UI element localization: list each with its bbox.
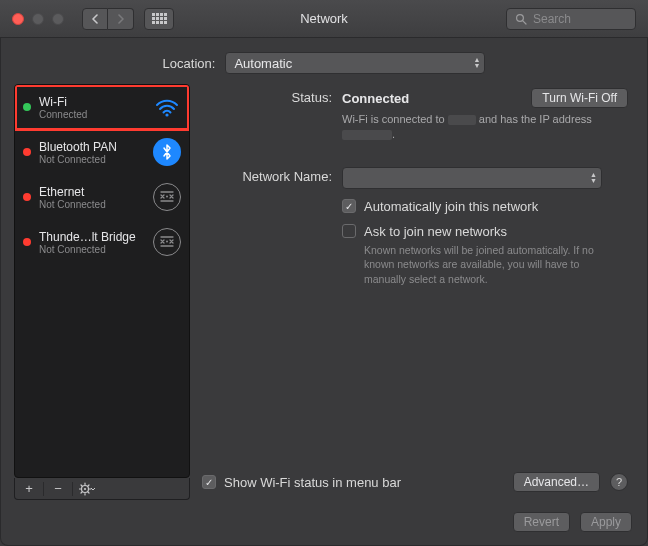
apply-button[interactable]: Apply: [580, 512, 632, 532]
sidebar-item-bluetooth-pan[interactable]: Bluetooth PAN Not Connected: [15, 130, 189, 175]
search-input[interactable]: [533, 12, 623, 26]
close-window-button[interactable]: [12, 13, 24, 25]
interface-name: Wi-Fi: [39, 95, 145, 109]
svg-point-2: [165, 113, 168, 116]
ask-join-help: Known networks will be joined automatica…: [364, 243, 614, 287]
sidebar-item-ethernet[interactable]: Ethernet Not Connected: [15, 175, 189, 220]
back-button[interactable]: [82, 8, 108, 30]
chevron-up-down-icon: ▲▼: [590, 172, 597, 184]
svg-point-6: [84, 487, 86, 489]
item-text: Thunde…lt Bridge Not Connected: [39, 230, 145, 255]
traffic-lights: [12, 13, 64, 25]
remove-interface-button[interactable]: −: [48, 481, 68, 497]
interface-name: Ethernet: [39, 185, 145, 199]
redacted-ssid: [448, 115, 476, 125]
svg-point-4: [166, 241, 168, 243]
interface-name: Bluetooth PAN: [39, 140, 145, 154]
advanced-button[interactable]: Advanced…: [513, 472, 600, 492]
thunderbolt-icon: [153, 228, 181, 256]
location-row: Location: Automatic ▲▼: [0, 38, 648, 84]
location-label: Location:: [163, 56, 216, 71]
location-value: Automatic: [234, 56, 292, 71]
interface-status: Not Connected: [39, 154, 145, 165]
options-row: Automatically join this network Ask to j…: [202, 199, 628, 287]
status-subtext: Wi-Fi is connected to and has the IP add…: [342, 112, 628, 143]
checkbox-icon: [342, 224, 356, 238]
gear-icon: [79, 482, 95, 496]
auto-join-label: Automatically join this network: [364, 199, 538, 214]
status-row: Status: Connected Turn Wi-Fi Off Wi-Fi i…: [202, 88, 628, 143]
search-field[interactable]: [506, 8, 636, 30]
status-label: Status:: [202, 88, 342, 105]
checkbox-icon: [342, 199, 356, 213]
network-name-select[interactable]: ▲▼: [342, 167, 602, 189]
interface-name: Thunde…lt Bridge: [39, 230, 145, 244]
action-menu-button[interactable]: [77, 481, 97, 497]
network-name-row: Network Name: ▲▼: [202, 167, 628, 189]
forward-button: [108, 8, 134, 30]
bluetooth-icon: [153, 138, 181, 166]
search-icon: [515, 13, 527, 25]
network-name-label: Network Name:: [202, 167, 342, 184]
interface-status: Connected: [39, 109, 145, 120]
titlebar: Network: [0, 0, 648, 38]
status-value: Connected: [342, 91, 409, 106]
ask-join-label: Ask to join new networks: [364, 224, 507, 239]
sidebar-toolbar: + −: [14, 478, 190, 500]
ask-join-checkbox[interactable]: Ask to join new networks: [342, 224, 628, 239]
auto-join-checkbox[interactable]: Automatically join this network: [342, 199, 628, 214]
ethernet-icon: [153, 183, 181, 211]
status-dot: [23, 103, 31, 111]
status-dot: [23, 193, 31, 201]
show-status-checkbox[interactable]: Show Wi-Fi status in menu bar: [202, 475, 401, 490]
detail-pane: Status: Connected Turn Wi-Fi Off Wi-Fi i…: [202, 84, 634, 500]
interface-list: Wi-Fi Connected: [14, 84, 190, 478]
show-status-label: Show Wi-Fi status in menu bar: [224, 475, 401, 490]
sidebar-item-thunderbolt-bridge[interactable]: Thunde…lt Bridge Not Connected: [15, 220, 189, 265]
svg-point-3: [166, 196, 168, 198]
svg-line-1: [523, 20, 526, 23]
toggle-wifi-button[interactable]: Turn Wi-Fi Off: [531, 88, 628, 108]
status-dot: [23, 238, 31, 246]
interface-status: Not Connected: [39, 199, 145, 210]
grid-icon: [152, 13, 167, 24]
detail-bottombar: Show Wi-Fi status in menu bar Advanced… …: [202, 464, 628, 500]
add-interface-button[interactable]: +: [19, 481, 39, 497]
revert-button[interactable]: Revert: [513, 512, 570, 532]
main-area: Wi-Fi Connected: [0, 84, 648, 512]
interface-status: Not Connected: [39, 244, 145, 255]
status-dot: [23, 148, 31, 156]
item-text: Ethernet Not Connected: [39, 185, 145, 210]
interface-sidebar: Wi-Fi Connected: [14, 84, 190, 500]
zoom-window-button[interactable]: [52, 13, 64, 25]
nav-buttons: [82, 8, 134, 30]
item-text: Bluetooth PAN Not Connected: [39, 140, 145, 165]
sidebar-item-wifi[interactable]: Wi-Fi Connected: [15, 85, 189, 130]
checkbox-icon: [202, 475, 216, 489]
wifi-icon: [153, 93, 181, 121]
help-button[interactable]: ?: [610, 473, 628, 491]
item-text: Wi-Fi Connected: [39, 95, 145, 120]
separator: [72, 482, 73, 496]
minimize-window-button[interactable]: [32, 13, 44, 25]
network-preferences-window: Network Location: Automatic ▲▼ Wi-Fi Con…: [0, 0, 648, 546]
redacted-ip: [342, 130, 392, 140]
footer: Revert Apply: [0, 512, 648, 546]
show-all-button[interactable]: [144, 8, 174, 30]
separator: [43, 482, 44, 496]
chevron-up-down-icon: ▲▼: [473, 57, 480, 69]
location-select[interactable]: Automatic ▲▼: [225, 52, 485, 74]
